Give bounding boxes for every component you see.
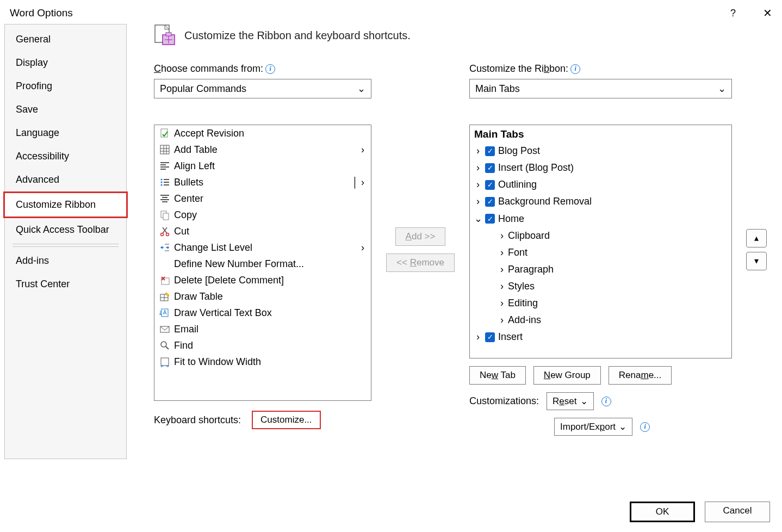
- chevron-right-icon[interactable]: ›: [474, 331, 482, 343]
- customize-button[interactable]: Customize...: [252, 411, 320, 429]
- vtext-icon: A: [159, 307, 171, 319]
- sidebar-item-accessibility[interactable]: Accessibility: [5, 145, 126, 168]
- command-fit-to-window-width[interactable]: Fit to Window Width: [154, 354, 371, 370]
- tree-label: Outlining: [498, 179, 537, 190]
- chevron-down-icon: ⌄: [619, 421, 626, 432]
- chevron-right-icon[interactable]: ›: [500, 264, 504, 275]
- help-icon[interactable]: ?: [730, 8, 736, 19]
- chevron-right-icon[interactable]: ›: [474, 196, 482, 207]
- command-bullets[interactable]: Bullets│ ›: [154, 174, 371, 190]
- tree-child-font[interactable]: ›Font: [471, 244, 730, 261]
- command-label: Bullets: [174, 177, 203, 188]
- command-change-list-level[interactable]: Change List Level›: [154, 239, 371, 256]
- choose-commands-dropdown[interactable]: Popular Commands ⌄: [154, 79, 371, 98]
- command-email[interactable]: Email: [154, 321, 371, 337]
- sidebar-item-display[interactable]: Display: [5, 51, 126, 75]
- svg-point-17: [161, 182, 163, 183]
- copy-icon: [159, 209, 171, 221]
- command-delete-delete-comment-[interactable]: Delete [Delete Comment]: [154, 272, 371, 288]
- ok-button[interactable]: OK: [630, 502, 695, 522]
- chevron-down-icon: ⌄: [580, 395, 588, 407]
- tree-item-blog-post[interactable]: ›✓Blog Post: [471, 143, 730, 159]
- info-icon[interactable]: i: [640, 422, 650, 432]
- tree-item-background-removal[interactable]: ›✓Background Removal: [471, 193, 730, 210]
- drawtable-icon: [159, 290, 171, 302]
- command-add-table[interactable]: Add Table›: [154, 141, 371, 158]
- chevron-right-icon[interactable]: ›: [500, 247, 504, 258]
- chevron-right-icon[interactable]: ›: [474, 162, 482, 174]
- chevron-right-icon[interactable]: ›: [500, 298, 504, 309]
- commands-listbox[interactable]: Accept RevisionAdd Table›Align LeftBulle…: [154, 125, 371, 401]
- sidebar-item-proofing[interactable]: Proofing: [5, 75, 126, 98]
- reset-dropdown[interactable]: Reset ⌄: [547, 392, 593, 410]
- customize-ribbon-dropdown[interactable]: Main Tabs ⌄: [469, 79, 732, 98]
- command-label: Draw Vertical Text Box: [174, 307, 272, 319]
- tree-child-add-ins[interactable]: ›Add-ins: [471, 312, 730, 329]
- new-group-button[interactable]: New Group: [533, 366, 601, 385]
- tree-child-label: Paragraph: [508, 264, 554, 275]
- sidebar-item-trust-center[interactable]: Trust Center: [5, 273, 126, 296]
- ribbon-tree[interactable]: Main Tabs›✓Blog Post›✓Insert (Blog Post)…: [469, 125, 732, 358]
- sidebar-item-add-ins[interactable]: Add-ins: [5, 249, 126, 273]
- command-accept-revision[interactable]: Accept Revision: [154, 125, 371, 141]
- tree-child-styles[interactable]: ›Styles: [471, 278, 730, 295]
- tree-item-outlining[interactable]: ›✓Outlining: [471, 176, 730, 193]
- customize-ribbon-label: Customize the Ribbon:: [469, 63, 568, 75]
- tree-item-home[interactable]: ⌄✓Home: [471, 210, 730, 227]
- add-button[interactable]: Add >>: [395, 227, 446, 246]
- import-export-dropdown[interactable]: Import/Export ⌄: [554, 418, 632, 436]
- split-indicator-icon: │ ›: [352, 177, 367, 188]
- sidebar-item-save[interactable]: Save: [5, 98, 126, 121]
- command-draw-vertical-text-box[interactable]: ADraw Vertical Text Box: [154, 305, 371, 321]
- checkbox[interactable]: ✓: [485, 197, 495, 207]
- info-icon[interactable]: i: [570, 64, 580, 74]
- tree-label: Background Removal: [498, 196, 592, 207]
- listlevel-icon: [159, 242, 171, 253]
- checkbox[interactable]: ✓: [485, 180, 495, 190]
- command-align-left[interactable]: Align Left: [154, 158, 371, 174]
- tree-child-paragraph[interactable]: ›Paragraph: [471, 261, 730, 278]
- command-find[interactable]: Find: [154, 337, 371, 354]
- checkbox[interactable]: ✓: [485, 214, 495, 224]
- checkbox[interactable]: ✓: [485, 146, 495, 156]
- tree-child-clipboard[interactable]: ›Clipboard: [471, 227, 730, 244]
- tree-label: Insert: [498, 331, 523, 343]
- sidebar-item-advanced[interactable]: Advanced: [5, 168, 126, 191]
- checkbox[interactable]: ✓: [485, 332, 495, 342]
- command-center[interactable]: Center: [154, 190, 371, 207]
- move-up-button[interactable]: ▴: [746, 229, 767, 248]
- sidebar-item-general[interactable]: General: [5, 28, 126, 51]
- cancel-button[interactable]: Cancel: [705, 502, 770, 522]
- command-copy[interactable]: Copy: [154, 207, 371, 223]
- info-icon[interactable]: i: [601, 397, 611, 406]
- tree-child-editing[interactable]: ›Editing: [471, 295, 730, 312]
- svg-rect-6: [160, 145, 169, 154]
- svg-point-19: [161, 184, 163, 186]
- command-cut[interactable]: Cut: [154, 223, 371, 239]
- sidebar-item-language[interactable]: Language: [5, 121, 126, 145]
- sidebar-item-quick-access-toolbar[interactable]: Quick Access Toolbar: [5, 218, 126, 242]
- remove-button[interactable]: << Remove: [386, 253, 455, 272]
- tree-item-insert[interactable]: ›✓Insert: [471, 329, 730, 345]
- tree-item-insert-blog-post-[interactable]: ›✓Insert (Blog Post): [471, 159, 730, 176]
- sidebar-item-customize-ribbon[interactable]: Customize Ribbon: [3, 191, 128, 218]
- options-sidebar: GeneralDisplayProofingSaveLanguageAccess…: [4, 24, 127, 459]
- chevron-right-icon[interactable]: ›: [474, 179, 482, 190]
- command-define-new-number-format-[interactable]: Define New Number Format...: [154, 256, 371, 272]
- command-label: Delete [Delete Comment]: [174, 275, 284, 286]
- info-icon[interactable]: i: [265, 64, 275, 74]
- accept-icon: [159, 127, 171, 139]
- command-label: Cut: [174, 226, 189, 237]
- rename-button[interactable]: Rename...: [609, 366, 672, 385]
- chevron-right-icon[interactable]: ›: [500, 230, 504, 242]
- move-down-button[interactable]: ▾: [746, 252, 767, 270]
- chevron-down-icon[interactable]: ⌄: [474, 213, 482, 225]
- svg-point-15: [161, 179, 163, 181]
- command-draw-table[interactable]: Draw Table: [154, 288, 371, 305]
- close-icon[interactable]: ✕: [763, 7, 772, 20]
- new-tab-button[interactable]: New Tab: [469, 366, 526, 385]
- chevron-right-icon[interactable]: ›: [474, 145, 482, 157]
- checkbox[interactable]: ✓: [485, 163, 495, 173]
- chevron-right-icon[interactable]: ›: [500, 281, 504, 292]
- chevron-right-icon[interactable]: ›: [500, 314, 504, 326]
